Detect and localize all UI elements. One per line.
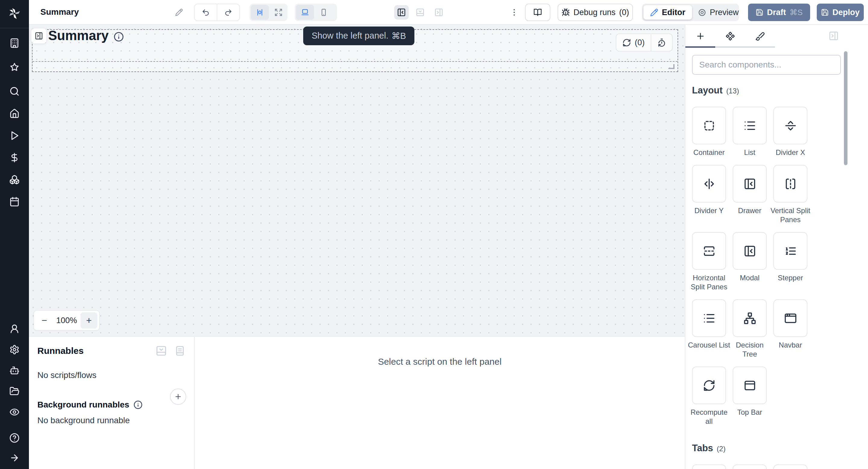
app-editor-screen: Summary Debug runs (0) Editor: [0, 0, 868, 469]
desktop-breakpoint-button[interactable]: [296, 5, 314, 20]
component-card-stepper[interactable]: [773, 232, 807, 270]
component-cell-horizontal-split-panes: Horizontal Split Panes: [692, 232, 726, 291]
list-icon: [703, 312, 715, 324]
runnables-panel: Runnables No scripts/flows Background ru…: [29, 337, 195, 469]
component-grid: [692, 465, 838, 469]
sidebar-item-settings[interactable]: [0, 343, 29, 356]
component-label: Top Bar: [728, 408, 772, 417]
docs-button[interactable]: [525, 4, 550, 21]
component-label: Divider X: [769, 148, 812, 157]
fullscreen-canvas-button[interactable]: [270, 5, 287, 20]
component-card-top-bar[interactable]: [733, 367, 767, 404]
sidebar-item-audit-logs[interactable]: [0, 405, 29, 419]
deploy-label: Deploy: [832, 8, 860, 17]
panel-left-icon: [397, 8, 406, 17]
sidebar-item-variables[interactable]: [0, 151, 29, 164]
tooltip: Show the left panel. ⌘B: [303, 27, 414, 45]
sidebar-item-home[interactable]: [0, 107, 29, 121]
component-card-modal[interactable]: [733, 232, 767, 270]
section-heading-layout: Layout(13): [692, 85, 838, 96]
undo-icon: [202, 8, 210, 17]
windmill-logo-icon: [7, 7, 22, 21]
sidebar-item-folders[interactable]: [0, 384, 29, 398]
toggle-right-panel-button[interactable]: [432, 5, 446, 20]
component-label: Vertical Split Panes: [769, 206, 812, 224]
component-card-horizontal-split-panes[interactable]: [692, 232, 726, 270]
tab-theme[interactable]: [745, 25, 775, 48]
sidebar-item-user[interactable]: [0, 322, 29, 336]
component-grid: ContainerListDivider XDivider YDrawerVer…: [692, 107, 838, 434]
star-icon: [9, 62, 20, 72]
component-card-drawer[interactable]: [733, 165, 767, 202]
component-cell-divider-x: Divider X: [773, 107, 807, 157]
component-card-divider-x[interactable]: [773, 107, 807, 145]
sidebar-item-favorites[interactable]: [0, 60, 29, 74]
refresh-count: (0): [635, 38, 645, 47]
sidebar-item-workspace[interactable]: [0, 36, 29, 50]
sidebar-item-expand-sidebar[interactable]: [0, 451, 29, 465]
tab-insert-component[interactable]: [685, 25, 715, 48]
collapse-panel-icon[interactable]: [156, 345, 167, 356]
sidebar-item-runs[interactable]: [0, 129, 29, 143]
component-label: Divider Y: [687, 206, 731, 215]
preview-tab[interactable]: Preview: [692, 5, 745, 20]
center-canvas-button[interactable]: [251, 5, 269, 20]
drawer-icon: [744, 178, 756, 190]
component-card-list[interactable]: [733, 107, 767, 145]
redo-button[interactable]: [217, 4, 239, 21]
component-card-cutoff[interactable]: [733, 465, 767, 469]
component-inner-divider: [33, 61, 678, 62]
add-background-runnable-button[interactable]: [170, 388, 186, 405]
home-icon: [9, 108, 20, 119]
mobile-breakpoint-button[interactable]: [315, 5, 333, 20]
history-button[interactable]: [651, 34, 672, 51]
sidebar-item-resources[interactable]: [0, 173, 29, 187]
app-canvas[interactable]: Summary (0) − 100% +: [29, 25, 685, 336]
more-menu-button[interactable]: [507, 6, 521, 19]
edit-title-button[interactable]: [173, 6, 185, 19]
components-panel-tabs: [685, 25, 868, 48]
component-heading: Summary: [48, 29, 109, 44]
sidebar-item-workers[interactable]: [0, 364, 29, 377]
component-icon: [725, 31, 735, 41]
info-icon: [114, 32, 124, 42]
component-card-decision-tree[interactable]: [733, 299, 767, 337]
tab-component-settings[interactable]: [715, 25, 745, 48]
top-bar-icon: [744, 379, 756, 392]
dock-panel-icon[interactable]: [174, 345, 186, 356]
sidebar-item-help[interactable]: [0, 431, 29, 445]
preview-icon: [698, 8, 706, 17]
toggle-bottom-panel-button[interactable]: [413, 5, 427, 20]
save-draft-button[interactable]: Draft ⌘S: [748, 4, 810, 21]
save-icon: [755, 8, 764, 16]
zoom-out-button[interactable]: −: [36, 312, 53, 329]
zoom-in-button[interactable]: +: [81, 312, 97, 329]
editor-tab[interactable]: Editor: [644, 5, 692, 20]
redo-icon: [224, 8, 232, 17]
component-card-carousel-list[interactable]: [692, 299, 726, 337]
zoom-level: 100%: [53, 316, 81, 325]
undo-button[interactable]: [195, 4, 217, 21]
component-card-cutoff[interactable]: [692, 465, 726, 469]
component-card-container[interactable]: [692, 107, 726, 145]
deploy-button[interactable]: Deploy: [817, 4, 864, 21]
sidebar-item-search[interactable]: [0, 84, 29, 98]
collapse-right-panel-icon[interactable]: [829, 31, 839, 41]
show-left-panel-button[interactable]: [31, 28, 46, 43]
component-card-divider-y[interactable]: [692, 165, 726, 202]
editor-pencil-icon: [650, 8, 658, 17]
search-components-input[interactable]: [692, 55, 841, 75]
component-card-recompute-all[interactable]: [692, 367, 726, 404]
debug-runs-button[interactable]: Debug runs (0): [558, 4, 633, 21]
component-cell-decision-tree: Decision Tree: [733, 299, 767, 359]
recompute-button[interactable]: (0): [616, 34, 651, 51]
resize-handle[interactable]: [669, 64, 675, 69]
v-split-icon: [784, 178, 797, 190]
component-card-navbar[interactable]: [773, 299, 807, 337]
sidebar-item-schedules[interactable]: [0, 195, 29, 209]
save-icon: [821, 8, 829, 16]
component-card-vertical-split-panes[interactable]: [773, 165, 807, 202]
component-card-cutoff[interactable]: [773, 465, 807, 469]
scrollbar-thumb[interactable]: [844, 51, 847, 165]
toggle-left-panel-button[interactable]: [394, 5, 409, 20]
